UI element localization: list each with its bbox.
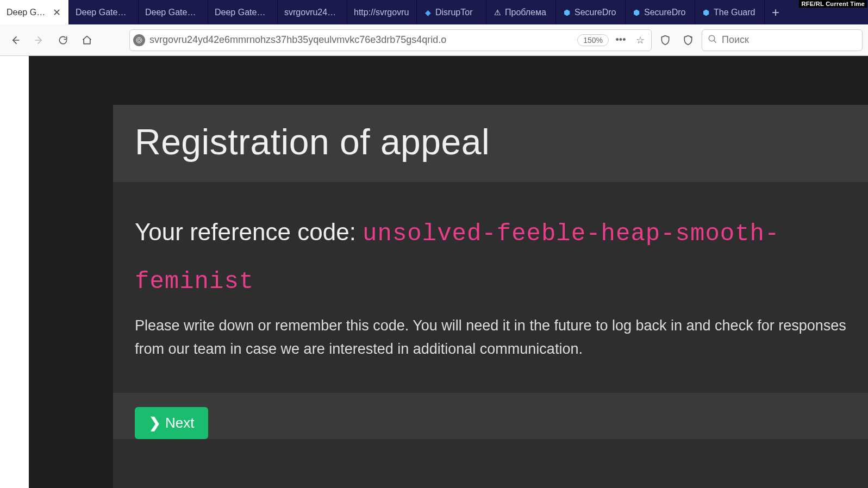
shield-icon xyxy=(660,35,671,46)
tab-deep-gateway[interactable]: Deep Gateway xyxy=(69,0,139,24)
instructions-text: Please write down or remember this code.… xyxy=(135,314,846,361)
star-icon: ☆ xyxy=(636,34,645,46)
bookmark-button[interactable]: ☆ xyxy=(633,33,648,48)
tab-label: http://svrgovru xyxy=(354,8,410,17)
close-icon[interactable]: ✕ xyxy=(52,7,62,18)
tab-deep-gateway[interactable]: Deep Gateway xyxy=(208,0,278,24)
watermark-label: RFE/RL Current Time xyxy=(799,0,867,8)
page-background: Registration of appeal Your reference co… xyxy=(29,56,868,488)
svg-point-2 xyxy=(690,36,692,37)
tab-label: DisrupTor xyxy=(435,8,479,17)
tab-strip: Deep Gate ✕ Deep Gateway Deep Gateway De… xyxy=(0,0,868,24)
onion-icon xyxy=(136,37,142,43)
reload-icon xyxy=(58,35,68,46)
tab-securedrop[interactable]: ⬢ SecureDro xyxy=(626,0,695,24)
chevron-right-icon: ❯ xyxy=(149,415,161,431)
svg-point-0 xyxy=(136,37,142,43)
arrow-left-icon xyxy=(10,35,21,46)
cube-icon: ⬢ xyxy=(563,8,571,17)
home-icon xyxy=(82,35,92,46)
browser-viewport: Registration of appeal Your reference co… xyxy=(0,56,868,488)
search-input[interactable] xyxy=(722,34,857,46)
search-icon xyxy=(708,34,717,46)
next-button[interactable]: ❯ Next xyxy=(135,407,208,439)
browser-toolbar: svrgovru24yd42e6mmrnohzs37hb35yqeulvmvkc… xyxy=(0,24,868,56)
url-text: svrgovru24yd42e6mmrnohzs37hb35yqeulvmvkc… xyxy=(149,34,573,46)
back-button[interactable] xyxy=(5,30,25,50)
onion-identity-icon[interactable] xyxy=(133,34,145,46)
tab-deep-gateway[interactable]: Deep Gateway xyxy=(139,0,208,24)
card-footer: ❯ Next xyxy=(113,393,868,439)
new-tab-button[interactable]: + xyxy=(765,0,786,24)
reload-button[interactable] xyxy=(53,30,73,50)
tab-securedrop[interactable]: ⬢ SecureDro xyxy=(556,0,626,24)
search-box[interactable] xyxy=(702,29,863,51)
tab-guardian[interactable]: ⬢ The Guard xyxy=(695,0,765,24)
arrow-right-icon xyxy=(34,35,45,46)
card-body: Your reference code: unsolved-feeble-hea… xyxy=(113,182,868,378)
tab-http-svrgovru[interactable]: http://svrgovru xyxy=(347,0,417,24)
warning-icon: ⚠ xyxy=(493,8,502,17)
next-button-label: Next xyxy=(165,415,194,431)
tab-label: SecureDro xyxy=(644,8,688,17)
registration-card: Registration of appeal Your reference co… xyxy=(113,105,868,488)
svg-line-4 xyxy=(714,40,716,43)
tab-label: Deep Gateway xyxy=(215,8,271,17)
tab-label: Проблема xyxy=(505,8,549,17)
forward-button[interactable] xyxy=(29,30,49,50)
sparkle-shield-icon xyxy=(683,35,694,46)
svg-point-3 xyxy=(709,35,715,41)
zoom-badge[interactable]: 150% xyxy=(577,34,609,46)
tab-label: svrgovru24yd4 xyxy=(284,8,340,17)
home-button[interactable] xyxy=(77,30,97,50)
tab-label: The Guard xyxy=(714,8,758,17)
card-header: Registration of appeal xyxy=(113,105,868,182)
plus-icon: + xyxy=(772,5,779,20)
tab-svrgovru[interactable]: svrgovru24yd4 xyxy=(278,0,347,24)
tracking-protection-button[interactable] xyxy=(656,31,675,49)
page-actions-button[interactable]: ••• xyxy=(613,33,628,48)
cube-icon: ⬢ xyxy=(702,8,710,17)
reference-label: Your reference code: xyxy=(135,218,363,245)
ellipsis-icon: ••• xyxy=(616,34,626,46)
address-bar[interactable]: svrgovru24yd42e6mmrnohzs37hb35yqeulvmvkc… xyxy=(129,29,652,51)
tab-problem[interactable]: ⚠ Проблема xyxy=(486,0,556,24)
badge-icon: ◆ xyxy=(423,8,432,17)
tab-label: Deep Gateway xyxy=(76,8,132,17)
cube-icon: ⬢ xyxy=(632,8,641,17)
tab-label: SecureDro xyxy=(574,8,619,17)
security-level-button[interactable] xyxy=(679,31,697,49)
tab-label: Deep Gateway xyxy=(145,8,201,17)
tab-label: Deep Gate xyxy=(7,8,48,17)
reference-line: Your reference code: unsolved-feeble-hea… xyxy=(135,209,846,304)
tab-deep-gateway-active[interactable]: Deep Gate ✕ xyxy=(0,0,69,24)
svg-point-1 xyxy=(138,39,141,41)
tab-disruptor[interactable]: ◆ DisrupTor xyxy=(417,0,486,24)
page-title: Registration of appeal xyxy=(135,121,846,162)
